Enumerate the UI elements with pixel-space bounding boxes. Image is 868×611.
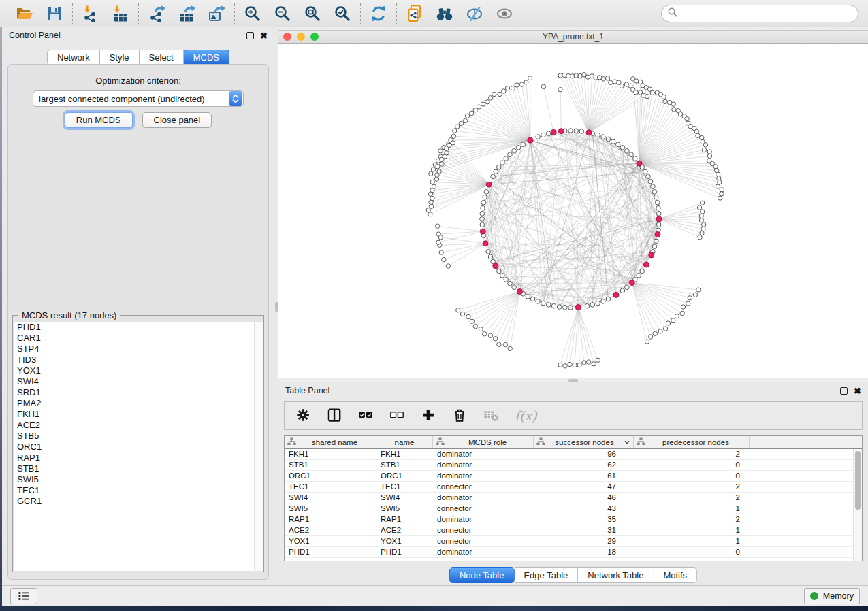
import-network-icon[interactable] — [81, 4, 100, 23]
table-cell[interactable]: 47 — [534, 482, 634, 492]
result-list-item[interactable]: YOX1 — [14, 365, 263, 376]
table-cell[interactable]: ORC1 — [376, 471, 433, 481]
window-minimize-traffic-light[interactable] — [297, 33, 305, 41]
table-cell[interactable]: 29 — [534, 536, 634, 546]
table-cell[interactable]: STB1 — [376, 460, 433, 470]
table-cell[interactable]: 61 — [534, 471, 634, 481]
float-panel-icon[interactable] — [246, 32, 254, 39]
add-entry-icon[interactable] — [421, 408, 437, 424]
table-cell[interactable]: 2 — [634, 449, 750, 459]
result-list-item[interactable]: SWI4 — [14, 376, 263, 387]
result-list-item[interactable]: PMA2 — [14, 398, 263, 409]
table-cell[interactable]: ORC1 — [285, 471, 376, 481]
table-cell[interactable]: ACE2 — [376, 525, 433, 535]
table-row[interactable]: RAP1RAP1dominator352 — [285, 514, 862, 525]
table-cell[interactable]: 2 — [634, 493, 750, 503]
table-row[interactable]: YOX1YOX1connector291 — [285, 536, 862, 547]
tab-edge-table[interactable]: Edge Table — [514, 567, 578, 583]
table-cell[interactable]: dominator — [433, 460, 534, 470]
table-cell[interactable]: dominator — [433, 493, 534, 503]
result-list-item[interactable]: RAP1 — [14, 452, 263, 463]
table-cell[interactable]: 1 — [634, 503, 750, 514]
table-cell[interactable]: connector — [433, 503, 534, 514]
result-list-item[interactable]: CAR1 — [14, 333, 263, 344]
table-row[interactable]: FKH1FKH1dominator962 — [285, 449, 862, 460]
result-scrollbar[interactable] — [254, 322, 263, 571]
split-view-icon[interactable] — [327, 408, 343, 424]
result-list-item[interactable]: GCR1 — [14, 496, 263, 507]
table-cell[interactable]: RAP1 — [376, 514, 433, 525]
table-cell[interactable]: YOX1 — [285, 536, 376, 546]
table-cell[interactable]: 2 — [634, 482, 750, 492]
task-history-button[interactable] — [10, 588, 37, 604]
binoculars-icon[interactable] — [435, 4, 454, 23]
import-table-icon[interactable] — [111, 4, 130, 23]
zoom-in-icon[interactable] — [243, 4, 262, 23]
save-icon[interactable] — [45, 4, 64, 23]
result-list-item[interactable]: SWI5 — [14, 474, 263, 485]
table-cell[interactable]: SWI4 — [285, 493, 376, 503]
column-header-successor-nodes[interactable]: successor nodes — [534, 436, 634, 448]
tab-mcds[interactable]: MCDS — [184, 50, 229, 65]
tab-network-table[interactable]: Network Table — [578, 567, 654, 583]
zoom-fit-icon[interactable] — [303, 4, 322, 23]
table-cell[interactable]: 18 — [534, 547, 634, 557]
table-row[interactable]: STB1STB1dominator620 — [285, 460, 862, 471]
table-cell[interactable]: 43 — [534, 503, 634, 514]
table-cell[interactable]: connector — [433, 482, 534, 492]
table-cell[interactable]: SWI5 — [285, 503, 376, 514]
close-panel-icon[interactable]: ✖ — [260, 31, 268, 40]
hide-glyph-icon[interactable] — [465, 4, 484, 23]
zoom-out-icon[interactable] — [273, 4, 292, 23]
network-graph[interactable] — [278, 44, 868, 378]
table-scrollbar[interactable] — [853, 449, 862, 561]
table-cell[interactable]: SWI5 — [376, 503, 433, 514]
tab-select[interactable]: Select — [140, 50, 184, 65]
table-cell[interactable]: PHD1 — [376, 547, 433, 557]
splitter-handle[interactable] — [275, 302, 278, 312]
result-list-item[interactable]: STP4 — [14, 344, 263, 354]
table-cell[interactable]: 96 — [534, 449, 634, 459]
open-folder-icon[interactable] — [15, 4, 34, 23]
tab-node-table[interactable]: Node Table — [449, 567, 515, 583]
table-cell[interactable]: 0 — [634, 547, 750, 557]
table-cell[interactable]: FKH1 — [285, 449, 376, 459]
result-list-item[interactable]: SRD1 — [14, 387, 263, 398]
memory-button[interactable]: Memory — [804, 588, 860, 604]
scrollbar-thumb[interactable] — [855, 451, 861, 510]
run-mcds-button[interactable]: Run MCDS — [65, 112, 133, 128]
search-box[interactable] — [661, 5, 858, 22]
close-panel-button[interactable]: Close panel — [142, 112, 212, 128]
table-cell[interactable]: ACE2 — [285, 525, 376, 535]
table-cell[interactable]: 1 — [634, 525, 750, 535]
show-eye-icon[interactable] — [495, 4, 514, 23]
table-cell[interactable]: 35 — [534, 514, 634, 525]
table-cell[interactable]: 46 — [534, 493, 634, 503]
column-header-shared-name[interactable]: shared name — [285, 436, 376, 448]
result-list-item[interactable]: STB5 — [14, 431, 263, 442]
table-row[interactable]: TEC1TEC1connector472 — [285, 482, 862, 493]
table-cell[interactable]: connector — [433, 525, 534, 535]
table-row[interactable]: ORC1ORC1dominator610 — [285, 471, 862, 482]
deselect-all-icon[interactable] — [389, 408, 406, 424]
table-cell[interactable]: 62 — [534, 460, 634, 470]
result-list-item[interactable]: PHD1 — [14, 322, 263, 333]
result-list-item[interactable]: STB1 — [14, 463, 263, 474]
table-cell[interactable]: 1 — [634, 536, 750, 546]
delete-entry-icon[interactable] — [452, 408, 468, 424]
table-row[interactable]: PHD1PHD1dominator180 — [285, 547, 862, 558]
refresh-icon[interactable] — [369, 4, 388, 23]
table-cell[interactable]: 31 — [534, 525, 634, 535]
table-cell[interactable]: 0 — [634, 471, 750, 481]
table-cell[interactable]: 2 — [634, 514, 750, 525]
table-cell[interactable]: FKH1 — [376, 449, 433, 459]
table-cell[interactable]: YOX1 — [376, 536, 433, 546]
table-cell[interactable]: 0 — [634, 460, 750, 470]
table-row[interactable]: SWI5SWI5connector431 — [285, 503, 862, 514]
table-cell[interactable]: dominator — [433, 547, 534, 557]
tab-style[interactable]: Style — [100, 50, 140, 65]
table-cell[interactable]: RAP1 — [285, 514, 376, 525]
result-list-item[interactable]: ACE2 — [14, 420, 263, 431]
network-canvas[interactable] — [278, 44, 868, 378]
export-table-icon[interactable] — [177, 4, 196, 23]
